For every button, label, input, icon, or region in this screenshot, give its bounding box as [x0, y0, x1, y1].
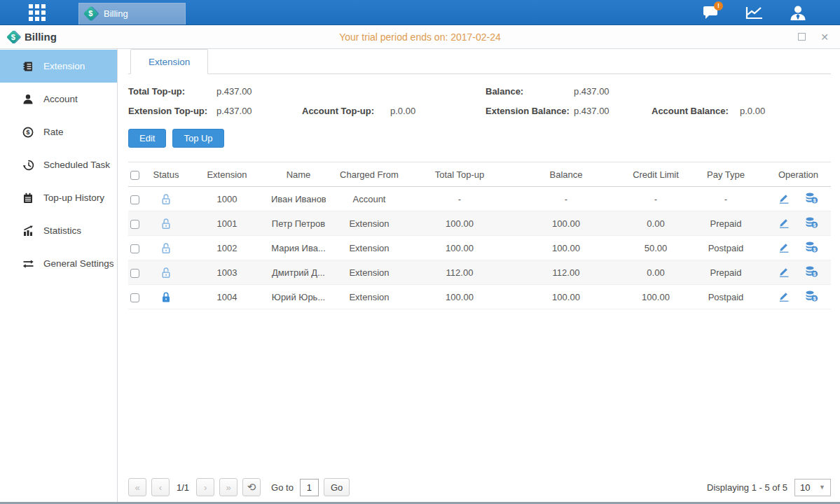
sidebar-item-label: Scheduled Task — [43, 160, 110, 170]
page-size-value: 10 — [800, 482, 810, 493]
select-all-checkbox[interactable] — [130, 171, 139, 180]
sidebar-item-label: Top-up History — [43, 192, 104, 203]
sidebar-item-statistics[interactable]: Statistics — [0, 214, 117, 247]
close-icon[interactable]: ✕ — [819, 32, 830, 42]
cell-total-topup: - — [413, 187, 507, 211]
edit-row-icon[interactable] — [778, 217, 790, 230]
account-topup-label: Account Top-up: — [302, 106, 390, 116]
edit-row-icon[interactable] — [778, 241, 790, 255]
edit-row-icon[interactable] — [778, 266, 790, 279]
topup-history-icon — [22, 192, 34, 204]
sidebar-item-label: Rate — [43, 127, 64, 137]
extension-topup-label: Extension Top-up: — [128, 106, 216, 116]
maximize-icon[interactable] — [796, 32, 807, 42]
topbar-tab-billing[interactable]: $ Billing — [78, 3, 186, 24]
notifications-icon[interactable]: ! — [701, 4, 721, 21]
cell-pay-type: Prepaid — [686, 211, 766, 236]
topup-row-icon[interactable]: $ — [805, 192, 818, 206]
general-settings-icon — [22, 258, 34, 270]
cell-pay-type: Postpaid — [686, 285, 766, 309]
cell-charged-from: Extension — [326, 260, 413, 285]
extension-status-lock-icon — [160, 217, 172, 227]
cell-name: Юрий Юрь... — [271, 285, 326, 309]
prev-page-icon[interactable]: ‹ — [151, 478, 170, 496]
account-balance-value: p.0.00 — [740, 106, 765, 116]
page-indicator: 1/1 — [177, 482, 189, 493]
goto-label: Go to — [271, 482, 294, 493]
topup-row-icon[interactable]: $ — [805, 217, 818, 230]
cell-extension: 1001 — [183, 211, 271, 236]
row-checkbox[interactable] — [130, 195, 139, 204]
topup-row-icon[interactable]: $ — [805, 290, 818, 304]
sidebar-item-label: General Settings — [43, 258, 114, 269]
sidebar-item-general-settings[interactable]: General Settings — [0, 247, 117, 280]
cell-credit-limit: 0.00 — [626, 211, 686, 236]
row-checkbox[interactable] — [130, 244, 139, 253]
tab-strip: Extension — [128, 49, 831, 74]
next-page-icon[interactable]: › — [196, 478, 214, 496]
account-icon — [22, 93, 34, 105]
cell-pay-type: Postpaid — [686, 236, 766, 260]
cell-credit-limit: 100.00 — [626, 285, 686, 309]
cell-charged-from: Extension — [326, 285, 413, 309]
cell-total-topup: 100.00 — [413, 211, 507, 236]
table-row: 1000 Иван Иванов Account - - - - $ — [128, 187, 831, 211]
tab-extension[interactable]: Extension — [130, 49, 208, 74]
extension-table: Status Extension Name Charged From Total… — [128, 162, 831, 309]
go-button[interactable]: Go — [324, 478, 350, 496]
cell-balance: - — [507, 187, 626, 211]
sidebar-item-label: Extension — [43, 61, 85, 71]
topup-row-icon[interactable]: $ — [805, 266, 818, 279]
table-row: 1004 Юрий Юрь... Extension 100.00 100.00… — [128, 285, 831, 309]
col-name: Name — [271, 162, 326, 187]
sidebar-item-scheduled-task[interactable]: Scheduled Task — [0, 148, 117, 181]
cell-balance: 112.00 — [507, 260, 626, 285]
chevron-down-icon: ▼ — [819, 484, 825, 491]
edit-button[interactable]: Edit — [128, 129, 166, 148]
statistics-icon — [22, 225, 34, 237]
cell-balance: 100.00 — [507, 236, 626, 260]
extension-balance-label: Extension Balance: — [486, 106, 574, 116]
table-row: 1003 Дмитрий Д... Extension 112.00 112.0… — [128, 260, 831, 285]
extension-status-lock-icon — [160, 266, 172, 276]
cell-charged-from: Account — [326, 187, 413, 211]
cell-charged-from: Extension — [326, 236, 413, 260]
refresh-icon[interactable]: ⟲ — [242, 478, 261, 496]
row-checkbox[interactable] — [130, 293, 139, 302]
reports-chart-icon[interactable] — [745, 4, 764, 21]
sidebar: Extension Account $ Rate Scheduled Task … — [0, 49, 118, 502]
cell-name: Иван Иванов — [271, 187, 326, 211]
cell-pay-type: Prepaid — [686, 260, 766, 285]
sidebar-item-rate[interactable]: $ Rate — [0, 115, 117, 148]
user-account-icon[interactable] — [788, 4, 808, 21]
total-topup-label: Total Top-up: — [128, 86, 216, 97]
top-up-button[interactable]: Top Up — [172, 129, 223, 148]
total-topup-value: p.437.00 — [216, 86, 252, 97]
col-pay-type: Pay Type — [686, 162, 766, 187]
cell-total-topup: 100.00 — [413, 236, 507, 260]
edit-row-icon[interactable] — [778, 192, 790, 206]
goto-page-input[interactable] — [300, 479, 319, 496]
page-size-select[interactable]: 10 ▼ — [794, 479, 831, 496]
svg-text:$: $ — [26, 128, 30, 136]
extension-table-body: 1000 Иван Иванов Account - - - - $ 1001 … — [128, 187, 831, 309]
col-charged-from: Charged From — [326, 162, 413, 187]
col-operation: Operation — [766, 162, 831, 187]
col-status: Status — [149, 162, 183, 187]
last-page-icon[interactable]: » — [219, 478, 237, 496]
app-grid-icon[interactable] — [27, 2, 48, 23]
svg-text:$: $ — [813, 222, 816, 227]
sidebar-item-label: Account — [43, 94, 78, 104]
balance-value: p.437.00 — [574, 86, 610, 97]
row-checkbox[interactable] — [130, 269, 139, 278]
sidebar-item-account[interactable]: Account — [0, 83, 117, 115]
topup-row-icon[interactable]: $ — [805, 241, 818, 255]
sidebar-item-extension[interactable]: Extension — [0, 50, 117, 83]
extension-topup-value: p.437.00 — [216, 106, 252, 116]
row-checkbox[interactable] — [130, 220, 139, 229]
cell-extension: 1002 — [183, 236, 271, 260]
sidebar-item-topup-history[interactable]: Top-up History — [0, 181, 117, 214]
edit-row-icon[interactable] — [778, 290, 790, 304]
account-balance-label: Account Balance: — [652, 106, 740, 116]
first-page-icon[interactable]: « — [128, 478, 146, 496]
